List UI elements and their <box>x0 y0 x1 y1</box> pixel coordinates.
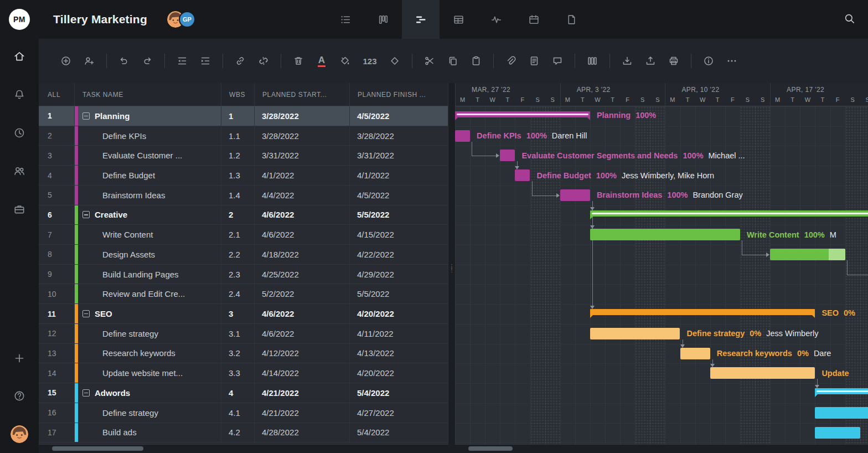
task-name-cell[interactable]: Build ads <box>75 423 221 442</box>
table-row[interactable]: 7Write Content2.14/6/20224/15/2022 <box>39 225 448 245</box>
attachment-button[interactable] <box>504 54 518 68</box>
task-name-cell[interactable]: Build Landing Pages <box>75 265 221 284</box>
wbs-cell[interactable]: 1.2 <box>221 146 255 165</box>
font-color-button[interactable]: A <box>315 54 328 68</box>
task-name-cell[interactable]: Define KPIs <box>75 126 221 146</box>
column-header-wbs[interactable]: WBS <box>221 83 255 106</box>
planned-start-cell[interactable]: 5/2/2022 <box>255 284 350 303</box>
wbs-cell[interactable]: 3.1 <box>221 324 255 343</box>
table-row[interactable]: 10Review and Edit Cre...2.45/2/20225/5/2… <box>39 284 448 304</box>
planned-start-cell[interactable]: 3/28/2022 <box>255 106 350 126</box>
table-row[interactable]: 4Define Budget1.34/1/20224/1/2022 <box>39 166 448 186</box>
indent-button[interactable] <box>199 54 212 68</box>
redo-button[interactable] <box>141 54 154 68</box>
row-number[interactable]: 17 <box>39 423 75 442</box>
task-name-cell[interactable]: Evaluate Customer ... <box>75 146 221 165</box>
view-tab-board[interactable] <box>364 0 402 39</box>
planned-start-cell[interactable]: 4/28/2022 <box>255 423 350 442</box>
row-number[interactable]: 3 <box>39 146 75 165</box>
planned-finish-cell[interactable]: 5/5/2022 <box>350 205 448 225</box>
wbs-cell[interactable]: 4.1 <box>221 403 255 423</box>
export-button[interactable] <box>644 54 657 68</box>
planned-start-cell[interactable]: 4/6/2022 <box>255 324 350 343</box>
table-row[interactable]: 2Define KPIs1.13/28/20223/28/2022 <box>39 126 448 146</box>
row-number[interactable]: 11 <box>39 304 75 323</box>
wbs-cell[interactable]: 1.1 <box>221 126 255 146</box>
sidebar-item-help[interactable] <box>8 385 30 407</box>
task-name-cell[interactable]: Define strategy <box>75 403 221 423</box>
planned-start-cell[interactable]: 4/6/2022 <box>255 225 350 244</box>
wbs-cell[interactable]: 2.2 <box>221 245 255 264</box>
collapse-icon[interactable] <box>82 389 90 397</box>
sidebar-item-add[interactable] <box>8 347 30 369</box>
task-name-cell[interactable]: Planning <box>75 106 221 126</box>
paste-button[interactable] <box>469 54 483 68</box>
wbs-cell[interactable]: 1.3 <box>221 166 255 185</box>
wbs-cell[interactable]: 2 <box>221 205 255 225</box>
wbs-cell[interactable]: 3.2 <box>221 344 255 363</box>
numbers-button[interactable]: 123 <box>361 54 378 68</box>
planned-start-cell[interactable]: 3/28/2022 <box>255 126 350 146</box>
row-number[interactable]: 7 <box>39 225 75 244</box>
milestone-button[interactable] <box>388 54 401 68</box>
more-button[interactable] <box>725 54 738 68</box>
planned-finish-cell[interactable]: 4/22/2022 <box>350 245 448 264</box>
view-tab-calendar[interactable] <box>515 0 552 39</box>
gantt-task-bar[interactable] <box>815 407 868 419</box>
add-task-button[interactable] <box>59 54 73 68</box>
column-header-all[interactable]: ALL <box>39 83 75 106</box>
sidebar-item-portfolio[interactable] <box>8 198 30 220</box>
row-number[interactable]: 10 <box>39 284 75 303</box>
table-hscrollbar-thumb[interactable] <box>52 446 143 451</box>
table-row[interactable]: 5Brainstorm Ideas1.44/4/20224/5/2022 <box>39 186 448 205</box>
table-row[interactable]: 3Evaluate Customer ...1.23/31/20223/31/2… <box>39 146 448 166</box>
planned-finish-cell[interactable]: 4/5/2022 <box>350 186 448 205</box>
gantt-task-bar[interactable] <box>590 229 740 240</box>
planned-finish-cell[interactable]: 4/5/2022 <box>350 106 448 126</box>
wbs-cell[interactable]: 2.3 <box>221 265 255 284</box>
task-name-cell[interactable]: Brainstorm Ideas <box>75 186 221 205</box>
planned-finish-cell[interactable]: 3/31/2022 <box>350 146 448 165</box>
planned-finish-cell[interactable]: 5/5/2022 <box>350 284 448 303</box>
table-row[interactable]: 17Build ads4.24/28/20225/4/2022 <box>39 423 448 443</box>
planned-start-cell[interactable]: 4/12/2022 <box>255 344 350 363</box>
view-tab-list[interactable] <box>327 0 364 39</box>
wbs-cell[interactable]: 3 <box>221 304 255 323</box>
gantt-task-bar[interactable] <box>500 150 515 161</box>
table-row[interactable]: 1Planning13/28/20224/5/2022 <box>39 106 448 126</box>
collapse-icon[interactable] <box>82 211 90 218</box>
planned-start-cell[interactable]: 3/31/2022 <box>255 146 350 165</box>
table-row[interactable]: 14Update website met...3.34/14/20224/20/… <box>39 363 448 383</box>
table-row[interactable]: 12Define strategy3.14/6/20224/11/2022 <box>39 324 448 344</box>
planned-start-cell[interactable]: 4/25/2022 <box>255 265 350 284</box>
wbs-cell[interactable]: 3.3 <box>221 363 255 383</box>
sidebar-item-recent[interactable] <box>8 122 30 144</box>
row-number[interactable]: 13 <box>39 344 75 363</box>
wbs-cell[interactable]: 4 <box>221 383 255 403</box>
gantt-task-bar[interactable] <box>770 249 845 260</box>
planned-start-cell[interactable]: 4/6/2022 <box>255 205 350 225</box>
row-number[interactable]: 4 <box>39 166 75 185</box>
planned-finish-cell[interactable]: 4/27/2022 <box>350 403 448 423</box>
info-button[interactable] <box>702 54 715 68</box>
gantt-summary-bar[interactable] <box>590 309 815 315</box>
planned-finish-cell[interactable]: 4/15/2022 <box>350 225 448 244</box>
notes-button[interactable] <box>528 54 541 68</box>
wbs-cell[interactable]: 2.4 <box>221 284 255 303</box>
view-tab-activity[interactable] <box>477 0 515 39</box>
planned-start-cell[interactable]: 4/4/2022 <box>255 186 350 205</box>
gantt-task-bar[interactable] <box>455 130 470 142</box>
gantt-summary-bar[interactable] <box>815 388 868 394</box>
task-name-cell[interactable]: Adwords <box>75 383 221 403</box>
outdent-button[interactable] <box>175 54 189 68</box>
link-tasks-button[interactable] <box>234 54 247 68</box>
planned-finish-cell[interactable]: 4/13/2022 <box>350 344 448 363</box>
table-row[interactable]: 16Define strategy4.14/21/20224/27/2022 <box>39 403 448 423</box>
view-tab-gantt[interactable] <box>402 0 440 39</box>
sidebar-item-home[interactable] <box>8 45 30 68</box>
copy-button[interactable] <box>446 54 459 68</box>
gantt-task-bar[interactable] <box>560 189 590 201</box>
cut-button[interactable] <box>423 54 436 68</box>
wbs-cell[interactable]: 1 <box>221 106 255 126</box>
collapse-icon[interactable] <box>82 310 90 317</box>
